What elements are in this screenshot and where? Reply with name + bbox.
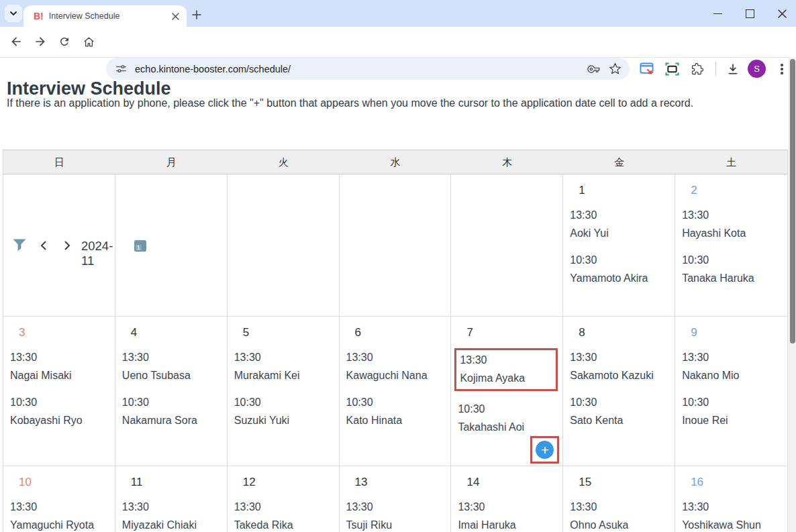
calendar-cell-13[interactable]: 1313:30Tsuji Riku [340,466,452,532]
forward-arrow-icon [34,35,47,48]
back-button[interactable] [9,34,23,49]
day-number: 3 [19,326,115,339]
entry-time: 13:30 [570,206,669,224]
window-minimize-button[interactable] [706,0,729,27]
schedule-entry[interactable]: 13:30Yoshikawa Shun [682,498,782,532]
day-number: 14 [466,476,562,489]
calendar-cell-4[interactable]: 413:30Ueno Tsubasa10:30Nakamura Sora [115,317,228,466]
home-button[interactable] [81,34,96,49]
weekday-label-3: 水 [340,150,452,174]
entry-name: Ueno Tsubasa [122,366,221,384]
screenshot-extension-icon [640,62,654,76]
calendar-cell-15[interactable]: 1513:30Ohno Asuka [563,466,675,532]
browser-tab[interactable]: B! Interview Schedule [23,5,187,27]
reload-button[interactable] [57,34,72,49]
profile-avatar[interactable]: S [748,60,766,78]
schedule-entry[interactable]: 13:30Nakano Mio [682,348,782,384]
site-info-icon[interactable] [115,63,127,74]
browser-menu-button[interactable] [777,61,787,77]
calendar-cell-empty[interactable] [228,174,340,317]
schedule-entry[interactable]: 13:30Hayashi Kota [682,206,782,242]
calendar-cell-5[interactable]: 513:30Murakami Kei10:30Suzuki Yuki [228,317,340,466]
scrollbar-thumb[interactable] [790,59,795,343]
calendar-cell-7[interactable]: 713:30Kojima Ayaka10:30Takahashi Aoi+ [451,317,563,466]
back-arrow-icon [9,35,23,48]
schedule-entry[interactable]: 10:30Suzuki Yuki [234,393,334,429]
schedule-entry[interactable]: 13:30Aoki Yui [570,206,669,242]
calendar-cell-10[interactable]: 1013:30Yamaguchi Ryota [3,466,115,532]
calendar-cell-6[interactable]: 613:30Kawaguchi Nana10:30Kato Hinata [340,317,452,466]
new-tab-button[interactable] [190,8,203,21]
browser-toolbar: echo.kintone-booster.com/schedule/ S [0,27,796,58]
entry-name: Inoue Rei [682,411,782,429]
calendar-cell-empty[interactable] [3,174,115,317]
schedule-entry[interactable]: 10:30Kato Hinata [346,393,446,429]
schedule-entry[interactable]: 13:30Tsuji Riku [346,498,446,532]
puzzle-icon [691,62,704,76]
entry-time: 10:30 [570,251,669,269]
calendar-cell-empty[interactable] [115,174,228,317]
entry-time: 13:30 [682,206,782,224]
entry-name: Kawaguchi Nana [346,366,446,384]
schedule-entry[interactable]: 10:30Kobayashi Ryo [10,393,109,429]
schedule-entry[interactable]: 13:30Kawaguchi Nana [346,348,446,384]
url-text[interactable]: echo.kintone-booster.com/schedule/ [135,64,587,74]
site-favicon: B! [34,11,44,21]
weekday-label-2: 火 [228,150,340,174]
calendar-cell-1[interactable]: 113:30Aoki Yui10:30Yamamoto Akira [563,174,675,317]
download-icon [726,62,740,76]
star-icon [609,62,621,75]
schedule-entry[interactable]: 10:30Yamamoto Akira [570,251,669,287]
schedule-entry[interactable]: 13:30Ohno Asuka [570,498,669,532]
day-number: 9 [691,326,787,339]
calendar-cell-empty[interactable] [451,174,563,317]
calendar-cell-14[interactable]: 1413:30Imai Haruka [451,466,563,532]
tab-search-button[interactable] [5,5,22,22]
schedule-entry[interactable]: 13:30Sakamoto Kazuki [570,348,669,384]
schedule-entry[interactable]: 10:30Tanaka Haruka [682,251,782,287]
schedule-entry[interactable]: 10:30Sato Kenta [570,393,669,429]
schedule-entry[interactable]: 10:30Takahashi Aoi [458,400,557,436]
window-close-button[interactable] [770,0,793,27]
weekday-label-4: 木 [451,150,563,174]
schedule-entry-highlighted[interactable]: 13:30Kojima Ayaka [454,348,558,391]
entry-name: Yoshikawa Shun [682,516,782,532]
calendar-cell-2[interactable]: 213:30Hayashi Kota10:30Tanaka Haruka [675,174,787,317]
schedule-entry[interactable]: 13:30Imai Haruka [458,498,557,532]
calendar-cell-16[interactable]: 1613:30Yoshikawa Shun [675,466,787,532]
page-scrollbar[interactable] [789,57,796,532]
schedule-entry[interactable]: 10:30Inoue Rei [682,393,782,429]
calendar-cell-empty[interactable] [340,174,452,317]
address-bar[interactable]: echo.kintone-booster.com/schedule/ [106,58,630,80]
extensions-menu-button[interactable] [689,61,705,77]
entry-name: Nakano Mio [682,366,782,384]
schedule-entry[interactable]: 13:30Nagai Misaki [10,348,109,384]
kebab-icon [781,64,783,66]
downloads-button[interactable] [725,61,741,77]
entry-time: 13:30 [458,498,557,516]
extension-screenshot-button[interactable] [638,61,654,77]
entry-time: 13:30 [10,348,109,366]
calendar-cell-3[interactable]: 313:30Nagai Misaki10:30Kobayashi Ryo [3,317,115,466]
schedule-entry[interactable]: 13:30Yamaguchi Ryota [10,498,109,532]
entry-time: 13:30 [460,351,556,369]
add-record-button[interactable]: + [536,441,554,459]
forward-button[interactable] [33,34,48,49]
schedule-entry[interactable]: 13:30Takeda Rika [234,498,334,532]
entry-name: Murakami Kei [234,366,334,384]
schedule-entry[interactable]: 13:30Miyazaki Chiaki [122,498,221,532]
schedule-entry[interactable]: 10:30Nakamura Sora [122,393,221,429]
password-manager-button[interactable] [587,62,601,76]
calendar-cell-12[interactable]: 1213:30Takeda Rika [228,466,340,532]
tab-close-button[interactable] [169,10,181,22]
schedule-entry[interactable]: 13:30Murakami Kei [234,348,334,384]
schedule-entry[interactable]: 13:30Ueno Tsubasa [122,348,221,384]
bookmark-button[interactable] [609,62,621,75]
calendar-cell-11[interactable]: 1113:30Miyazaki Chiaki [115,466,228,532]
weekday-label-6: 土 [675,150,787,174]
entry-name: Sato Kenta [570,411,669,429]
calendar-cell-8[interactable]: 813:30Sakamoto Kazuki10:30Sato Kenta [563,317,675,466]
extension-capture-button[interactable] [664,61,680,77]
calendar-cell-9[interactable]: 913:30Nakano Mio10:30Inoue Rei [675,317,787,466]
window-maximize-button[interactable] [738,0,761,27]
